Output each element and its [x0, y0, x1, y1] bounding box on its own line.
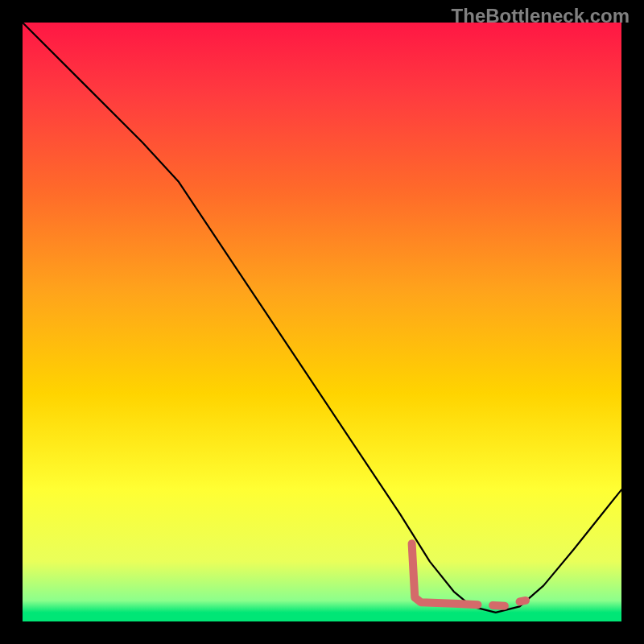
chart-container: TheBottleneck.com [0, 0, 644, 644]
watermark-label: TheBottleneck.com [452, 5, 630, 27]
bottleneck-chart [0, 0, 644, 644]
highlight-segment [520, 601, 526, 601]
highlight-segment [493, 605, 505, 606]
